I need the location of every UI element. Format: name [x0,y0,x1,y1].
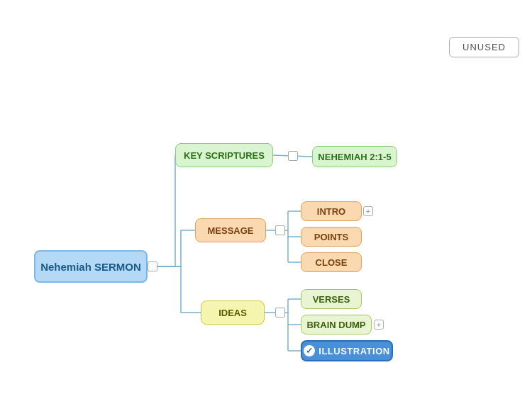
brain-dump-label: BRAIN DUMP [306,320,365,330]
ideas-node[interactable]: IDEAS [201,300,265,325]
nehemiah-label: NEHEMIAH 2:1-5 [318,152,391,162]
key-scriptures-label: KEY SCRIPTURES [184,150,265,161]
brain-dump-expand-icon[interactable]: + [374,320,384,330]
message-node[interactable]: MESSAGE [195,218,266,242]
nehemiah-node[interactable]: NEHEMIAH 2:1-5 [312,146,397,167]
ideas-collapse-icon[interactable] [275,308,285,317]
illustration-label: ILLUSTRATION [318,346,389,356]
expand-plus: + [366,207,370,215]
central-collapse-icon[interactable] [148,262,157,271]
check-icon: ✓ [304,345,315,356]
central-node[interactable]: Nehemiah SERMON [34,250,148,283]
intro-expand-icon[interactable]: + [363,206,373,216]
ideas-label: IDEAS [218,308,247,318]
key-scriptures-node[interactable]: KEY SCRIPTURES [175,143,273,167]
illustration-node[interactable]: ✓ ILLUSTRATION [301,340,393,361]
verses-label: VERSES [313,294,350,305]
expand-plus-2: + [377,320,381,329]
close-label: CLOSE [316,257,348,268]
central-node-label: Nehemiah SERMON [40,261,141,273]
close-node[interactable]: CLOSE [301,252,362,272]
points-label: POINTS [314,232,348,242]
message-label: MESSAGE [207,225,253,236]
points-node[interactable]: POINTS [301,227,362,247]
unused-button[interactable]: UNUSED [449,37,519,57]
key-scriptures-collapse-icon[interactable] [288,151,298,161]
message-collapse-icon[interactable] [275,225,285,235]
intro-node[interactable]: INTRO [301,201,362,221]
brain-dump-node[interactable]: BRAIN DUMP [301,315,372,335]
verses-node[interactable]: VERSES [301,289,362,309]
intro-label: INTRO [317,206,345,217]
